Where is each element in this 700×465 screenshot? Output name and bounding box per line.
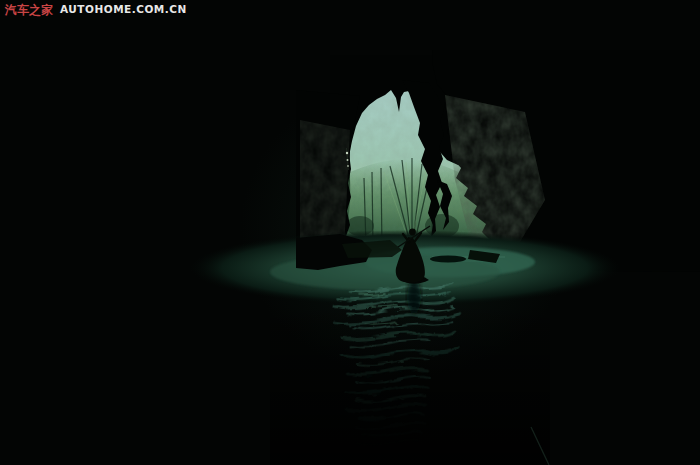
watermark-en: AUTOHOME.COM.CN: [60, 3, 187, 15]
water-depth-fade: [270, 300, 550, 465]
watermark: 汽车之家 AUTOHOME.COM.CN: [4, 3, 187, 17]
cave-photo: 汽车之家 AUTOHOME.COM.CN: [0, 0, 700, 465]
watermark-cn: 汽车之家: [4, 3, 53, 17]
boatman-head: [409, 229, 416, 236]
floating-log: [430, 256, 466, 263]
cave-photo-canvas: 汽车之家 AUTOHOME.COM.CN: [0, 0, 700, 465]
